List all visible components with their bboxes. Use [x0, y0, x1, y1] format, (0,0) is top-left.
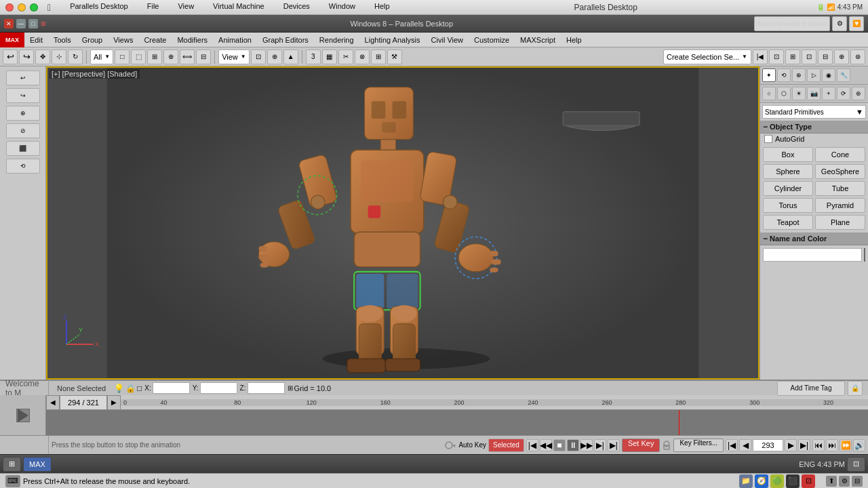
menu-views[interactable]: Views — [108, 33, 138, 47]
move-tool[interactable]: ⊹ — [52, 49, 66, 64]
win-restore-button[interactable]: □ — [28, 19, 38, 28]
add-time-tag-btn[interactable]: Add Time Tag — [777, 381, 845, 396]
start-button[interactable]: ⊞ — [3, 457, 21, 472]
filter-dropdown[interactable]: All ▼ — [90, 49, 113, 64]
time-tag-lock[interactable]: 🔒 — [848, 381, 863, 396]
geosphere-button[interactable]: GeoSphere — [815, 164, 865, 179]
menu-graph-editors[interactable]: Graph Editors — [257, 33, 314, 47]
mac-menu-devices[interactable]: Devices — [278, 2, 315, 10]
panel-motion-icon[interactable]: ▷ — [807, 68, 821, 82]
mac-menu-virtual-machine[interactable]: Virtual Machine — [208, 2, 270, 10]
menu-help[interactable]: Help — [561, 33, 587, 47]
tool6[interactable]: ✂ — [338, 49, 353, 64]
bottom-control2[interactable]: ⚙ — [839, 476, 850, 487]
mac-close-button[interactable] — [5, 3, 14, 12]
mirror-btn[interactable]: ⟺ — [180, 49, 195, 64]
tool5[interactable]: ▦ — [322, 49, 337, 64]
keyboard-icon[interactable]: ⌨ — [5, 475, 20, 487]
tool-r2[interactable]: ⊡ — [769, 49, 784, 64]
menu-animation[interactable]: Animation — [213, 33, 257, 47]
menu-modifiers[interactable]: Modifiers — [172, 33, 213, 47]
rotate-tool[interactable]: ↻ — [68, 49, 83, 64]
menu-tools[interactable]: Tools — [48, 33, 77, 47]
panel-hierarchy-icon[interactable]: ⊕ — [792, 68, 806, 82]
left-tool3[interactable]: ⊕ — [6, 106, 40, 121]
frame-end-btn[interactable]: ▶| — [798, 439, 810, 451]
torus-button[interactable]: Torus — [763, 198, 813, 213]
box-button[interactable]: Box — [763, 147, 813, 162]
panel-space-icon[interactable]: ⟳ — [837, 87, 850, 100]
tool-r5[interactable]: ⊟ — [818, 49, 833, 64]
pyramid-button[interactable]: Pyramid — [815, 198, 865, 213]
create-selection-dropdown[interactable]: Create Selection Se... ▼ — [663, 49, 751, 64]
tool8[interactable]: ⊞ — [371, 49, 386, 64]
tool9[interactable]: ⚒ — [387, 49, 402, 64]
play-button[interactable] — [16, 409, 30, 422]
dock-folder[interactable]: 📁 — [739, 474, 753, 488]
next-key-btn[interactable]: ▶| — [594, 439, 606, 451]
left-tool4[interactable]: ⊘ — [6, 123, 40, 138]
name-color-header[interactable]: − Name and Color — [760, 232, 868, 245]
mac-menu-help[interactable]: Help — [369, 2, 395, 10]
cone-button[interactable]: Cone — [815, 147, 865, 162]
win-close-button[interactable]: ✕ — [4, 19, 14, 28]
tl-next-arrow[interactable]: ▶ — [107, 395, 121, 410]
mac-menu-view[interactable]: View — [172, 2, 199, 10]
extra-btn4[interactable]: 🔊 — [853, 439, 865, 451]
select-tool[interactable]: ✥ — [35, 49, 50, 64]
align-btn[interactable]: ⊟ — [196, 49, 211, 64]
plane-button[interactable]: Plane — [815, 215, 865, 230]
panel-geo-icon[interactable]: ○ — [762, 87, 776, 100]
name-input-field[interactable] — [763, 248, 862, 262]
key-filters-btn[interactable]: Key Filters... — [673, 439, 724, 452]
menu-civil[interactable]: Civil View — [426, 33, 469, 47]
menu-customize[interactable]: Customize — [469, 33, 515, 47]
viewport-btn3[interactable]: ▲ — [283, 49, 298, 64]
mac-menu-file[interactable]: File — [142, 2, 165, 10]
menu-lighting[interactable]: Lighting Analysis — [359, 33, 426, 47]
left-tool6[interactable]: ⟲ — [6, 159, 40, 174]
stop-btn[interactable]: ■ — [553, 439, 566, 451]
num-btn[interactable]: 3 — [306, 49, 321, 64]
panel-modify-icon[interactable]: ⟲ — [777, 68, 791, 82]
panel-shape-icon[interactable]: ⬡ — [777, 87, 791, 100]
transform-btn[interactable]: ⊕ — [163, 49, 178, 64]
current-frame-input[interactable]: 293 — [753, 439, 783, 451]
tube-button[interactable]: Tube — [815, 181, 865, 196]
extra-btn3[interactable]: ⏩ — [840, 439, 852, 451]
panel-helper-icon[interactable]: + — [822, 87, 835, 100]
viewport[interactable]: [+] [Perspective] [Shaded] — [46, 66, 760, 380]
frame-start-btn[interactable]: |◀ — [726, 439, 738, 451]
undo-button[interactable]: ↩ — [3, 49, 18, 64]
play-fwd-btn[interactable]: ▶▶ — [580, 439, 593, 451]
mac-max-button[interactable] — [30, 3, 38, 12]
dock-parallels[interactable]: ⊡ — [802, 474, 815, 488]
menu-create[interactable]: Create — [138, 33, 172, 47]
teapot-button[interactable]: Teapot — [763, 215, 813, 230]
tool7[interactable]: ⊗ — [355, 49, 370, 64]
panel-light-icon[interactable]: ☀ — [792, 87, 806, 100]
bottom-control3[interactable]: ⊟ — [852, 476, 863, 487]
left-tool1[interactable]: ↩ — [6, 70, 40, 85]
select-all[interactable]: ⊞ — [147, 49, 162, 64]
select-btn[interactable]: □ — [115, 49, 130, 64]
taskbar-show-desktop[interactable]: ⊡ — [847, 457, 865, 472]
select-region[interactable]: ⬚ — [131, 49, 146, 64]
parallels-config-btn[interactable]: ⚙ — [832, 16, 847, 31]
left-tool2[interactable]: ↪ — [6, 88, 40, 103]
panel-system-icon[interactable]: ⊛ — [852, 87, 865, 100]
left-tool5[interactable]: ⬛ — [6, 141, 40, 156]
tool-r1[interactable]: |◀ — [753, 49, 768, 64]
object-type-header[interactable]: − Object Type — [760, 121, 868, 134]
last-frame-btn[interactable]: ▶| — [608, 439, 620, 451]
extra-btn1[interactable]: ⏮ — [812, 439, 825, 451]
tool-r3[interactable]: ⊞ — [785, 49, 800, 64]
dock-safari[interactable]: 🧭 — [755, 474, 768, 488]
pause-btn[interactable]: ⏸ — [567, 439, 579, 451]
win-min-button[interactable]: — — [16, 19, 26, 28]
z-input[interactable] — [248, 382, 285, 394]
viewport-btn1[interactable]: ⊡ — [251, 49, 266, 64]
view-dropdown[interactable]: View ▼ — [218, 49, 250, 64]
autogrid-checkbox[interactable] — [764, 135, 772, 143]
prev-frame-btn[interactable]: |◀ — [526, 439, 538, 451]
